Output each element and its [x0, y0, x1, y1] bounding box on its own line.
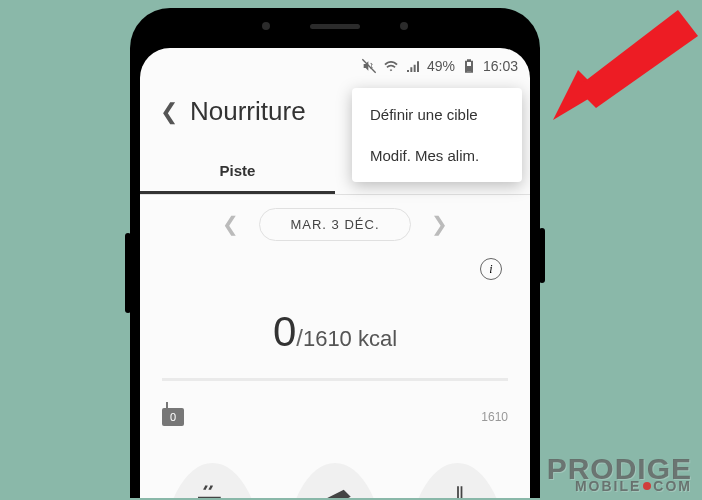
date-prev-icon[interactable]: ❮ — [214, 206, 247, 242]
overflow-menu: Définir une cible Modif. Mes alim. — [352, 88, 522, 182]
date-next-icon[interactable]: ❯ — [423, 206, 456, 242]
info-icon[interactable]: i — [480, 258, 502, 280]
meal-breakfast[interactable] — [162, 463, 263, 498]
progress-min-flag: 0 — [162, 408, 184, 426]
back-icon[interactable]: ❮ — [160, 99, 178, 125]
watermark-line2a: MOBILE — [575, 481, 641, 492]
menu-item-target[interactable]: Définir une cible — [352, 94, 522, 135]
dot-separator-icon — [643, 482, 651, 490]
mute-icon — [361, 58, 377, 74]
kcal-current: 0 — [273, 308, 296, 355]
sandwich-icon — [314, 481, 356, 498]
svg-rect-0 — [467, 66, 471, 71]
coffee-icon — [191, 481, 233, 498]
date-picker: ❮ MAR. 3 DÉC. ❯ — [140, 206, 530, 242]
phone-frame: 49% 16:03 ❮ Nourriture Piste ❮ MAR. 3 DÉ… — [130, 8, 540, 498]
battery-icon — [461, 58, 477, 74]
clock-time: 16:03 — [483, 58, 518, 74]
bowl-icon — [437, 481, 479, 498]
watermark: PRODIGE MOBILE COM — [547, 457, 692, 492]
signal-icon — [405, 58, 421, 74]
kcal-summary: 0/1610 kcal — [140, 308, 530, 356]
kcal-unit: kcal — [358, 326, 397, 351]
date-label[interactable]: MAR. 3 DÉC. — [259, 208, 410, 241]
meal-dinner[interactable] — [407, 463, 508, 498]
progress-scale: 0 1610 — [162, 408, 508, 426]
status-bar: 49% 16:03 — [361, 54, 518, 78]
page-title: Nourriture — [190, 96, 306, 127]
wifi-icon — [383, 58, 399, 74]
progress-max-label: 1610 — [481, 410, 508, 424]
progress-bar — [162, 378, 508, 381]
annotation-arrow-icon — [548, 10, 698, 130]
kcal-target: 1610 — [303, 326, 352, 351]
screen: 49% 16:03 ❮ Nourriture Piste ❮ MAR. 3 DÉ… — [140, 48, 530, 498]
screenshot-stage: 49% 16:03 ❮ Nourriture Piste ❮ MAR. 3 DÉ… — [0, 0, 702, 500]
meal-row — [162, 463, 508, 498]
tab-piste[interactable]: Piste — [140, 152, 335, 194]
meal-lunch[interactable] — [285, 463, 386, 498]
battery-percent: 49% — [427, 58, 455, 74]
svg-marker-3 — [576, 10, 698, 108]
watermark-line2b: COM — [653, 481, 692, 492]
header: ❮ Nourriture — [160, 96, 306, 127]
menu-item-edit-food[interactable]: Modif. Mes alim. — [352, 135, 522, 176]
